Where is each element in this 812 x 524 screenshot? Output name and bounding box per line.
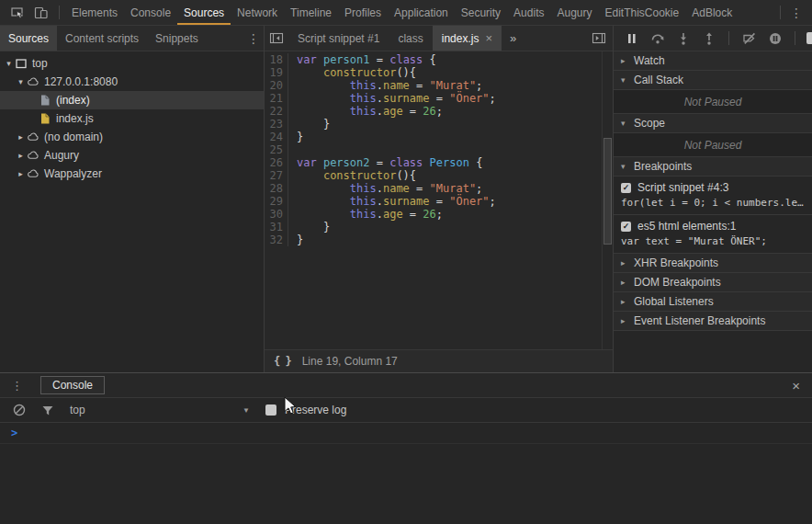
step-out-icon[interactable]: [697, 27, 720, 50]
navigator-overflow-menu-icon[interactable]: ⋮: [243, 31, 264, 46]
tree-item-augury[interactable]: ▸Augury: [0, 146, 264, 165]
line-number[interactable]: 28: [265, 182, 288, 195]
tree-item-no-domain[interactable]: ▸(no domain): [0, 128, 264, 146]
code-line-text[interactable]: this.age = 26;: [288, 105, 443, 118]
main-tab-console[interactable]: Console: [124, 0, 177, 25]
breakpoint-location[interactable]: Script snippet #4:3: [637, 181, 728, 194]
breakpoint-checkbox[interactable]: ✓: [621, 222, 631, 232]
line-number[interactable]: 19: [265, 66, 288, 79]
main-tab-network[interactable]: Network: [231, 0, 284, 25]
main-tab-security[interactable]: Security: [455, 0, 507, 25]
code-line-text[interactable]: this.surname = "Öner";: [288, 195, 496, 208]
code-line-text[interactable]: }: [288, 234, 303, 246]
drawer-overflow-menu-icon[interactable]: ⋮: [0, 379, 34, 393]
expander-icon[interactable]: ▾: [16, 77, 26, 86]
line-number[interactable]: 31: [265, 221, 288, 234]
line-number[interactable]: 20: [265, 79, 288, 92]
section-xhr-breakpoints[interactable]: ▸XHR Breakpoints: [614, 254, 812, 273]
frame-context-select[interactable]: top ▼: [66, 404, 250, 416]
section-global-listeners[interactable]: ▸Global Listeners: [614, 292, 812, 312]
line-number[interactable]: 27: [265, 169, 288, 182]
line-number[interactable]: 29: [265, 195, 288, 208]
code-line-text[interactable]: }: [288, 118, 330, 131]
section-breakpoints[interactable]: ▾Breakpoints: [614, 157, 812, 177]
expander-icon[interactable]: ▸: [16, 151, 26, 160]
tree-item-top[interactable]: ▾top: [0, 54, 264, 73]
device-toolbar-icon[interactable]: [29, 1, 53, 25]
line-number[interactable]: 25: [265, 143, 288, 156]
expander-icon[interactable]: ▸: [16, 132, 26, 142]
editor-tab-class[interactable]: class: [389, 26, 432, 51]
line-number[interactable]: 22: [265, 105, 288, 118]
preserve-log-checkbox[interactable]: [265, 404, 276, 416]
close-drawer-icon[interactable]: ×: [792, 379, 800, 393]
code-line-text[interactable]: this.name = "Murat";: [288, 79, 482, 92]
navigator-tab-sources[interactable]: Sources: [0, 26, 57, 51]
section-dom-breakpoints[interactable]: ▸DOM Breakpoints: [614, 273, 812, 292]
editor-tab-index-js[interactable]: index.js×: [433, 26, 502, 51]
navigator-tab-snippets[interactable]: Snippets: [147, 26, 207, 51]
editor-scrollbar[interactable]: [602, 51, 613, 349]
inspect-element-icon[interactable]: [6, 1, 29, 25]
overflow-menu-icon[interactable]: ⋮: [786, 6, 806, 20]
code-line-text[interactable]: this.surname = "Öner";: [288, 92, 496, 105]
main-tab-elements[interactable]: Elements: [65, 0, 124, 25]
section-call-stack[interactable]: ▾Call Stack: [614, 71, 812, 90]
line-number[interactable]: 32: [265, 234, 288, 246]
section-watch[interactable]: ▸Watch: [614, 51, 812, 71]
navigator-tab-content-scripts[interactable]: Content scripts: [57, 26, 147, 51]
tree-item-127-0-0-1-8080[interactable]: ▾127.0.0.1:8080: [0, 73, 264, 91]
more-tabs-icon[interactable]: »: [502, 31, 524, 45]
code-line-text[interactable]: this.name = "Murat";: [288, 182, 482, 195]
main-tab-adblock[interactable]: AdBlock: [685, 0, 739, 25]
step-over-icon[interactable]: [646, 27, 669, 50]
main-tab-timeline[interactable]: Timeline: [284, 0, 338, 25]
code-line-text[interactable]: [288, 143, 297, 156]
code-line-text[interactable]: var person2 = class Person {: [288, 156, 482, 169]
section-scope[interactable]: ▾Scope: [614, 114, 812, 133]
main-tab-audits[interactable]: Audits: [507, 0, 550, 25]
console-prompt[interactable]: >: [0, 423, 812, 444]
tree-item-wappalyzer[interactable]: ▸Wappalyzer: [0, 165, 264, 183]
expander-icon[interactable]: ▾: [4, 59, 14, 68]
section-event-listener-breakpoints[interactable]: ▸Event Listener Breakpoints: [614, 312, 812, 331]
code-line-text[interactable]: }: [288, 221, 330, 234]
line-number[interactable]: 18: [265, 53, 288, 66]
code-line-text[interactable]: constructor(){: [288, 66, 416, 79]
code-line-text[interactable]: var person1 = class {: [288, 53, 436, 66]
main-tab-profiles[interactable]: Profiles: [338, 0, 388, 25]
editor-scrollbar-thumb[interactable]: [603, 138, 612, 245]
tree-item-index-js[interactable]: index.js: [0, 109, 264, 128]
line-number[interactable]: 23: [265, 118, 288, 131]
pause-on-exceptions-icon[interactable]: [763, 27, 786, 50]
code-editor[interactable]: 18var person1 = class {19 constructor(){…: [265, 51, 613, 349]
step-into-icon[interactable]: [671, 27, 694, 50]
line-number[interactable]: 26: [265, 156, 288, 169]
main-tab-sources[interactable]: Sources: [177, 0, 231, 25]
pretty-print-icon[interactable]: { }: [274, 355, 291, 368]
filter-icon[interactable]: [38, 400, 58, 420]
show-navigator-icon[interactable]: [265, 27, 288, 51]
show-debugger-icon[interactable]: [587, 27, 611, 51]
breakpoint-checkbox[interactable]: ✓: [621, 183, 631, 193]
expander-icon[interactable]: ▸: [16, 169, 26, 178]
line-number[interactable]: 21: [265, 92, 288, 105]
line-number[interactable]: 24: [265, 131, 288, 143]
main-tab-editthiscookie[interactable]: EditThisCookie: [599, 0, 686, 25]
code-line-text[interactable]: }: [288, 131, 303, 143]
line-number[interactable]: 30: [265, 208, 288, 221]
async-checkbox[interactable]: [806, 32, 812, 44]
editor-tab-script-snippet-1[interactable]: Script snippet #1: [288, 26, 389, 51]
main-tab-augury[interactable]: Augury: [550, 0, 598, 25]
clear-console-icon[interactable]: [9, 400, 29, 420]
code-line-text[interactable]: constructor(){: [288, 169, 416, 182]
preserve-log-label[interactable]: Preserve log: [285, 404, 346, 416]
console-drawer-tab[interactable]: Console: [40, 376, 105, 394]
main-tab-application[interactable]: Application: [388, 0, 455, 25]
console-output-area[interactable]: [0, 444, 812, 524]
close-tab-icon[interactable]: ×: [485, 32, 492, 44]
deactivate-breakpoints-icon[interactable]: [738, 27, 761, 50]
tree-item-index[interactable]: (index): [0, 91, 264, 109]
pause-script-icon[interactable]: [620, 27, 643, 50]
code-line-text[interactable]: this.age = 26;: [288, 208, 443, 221]
